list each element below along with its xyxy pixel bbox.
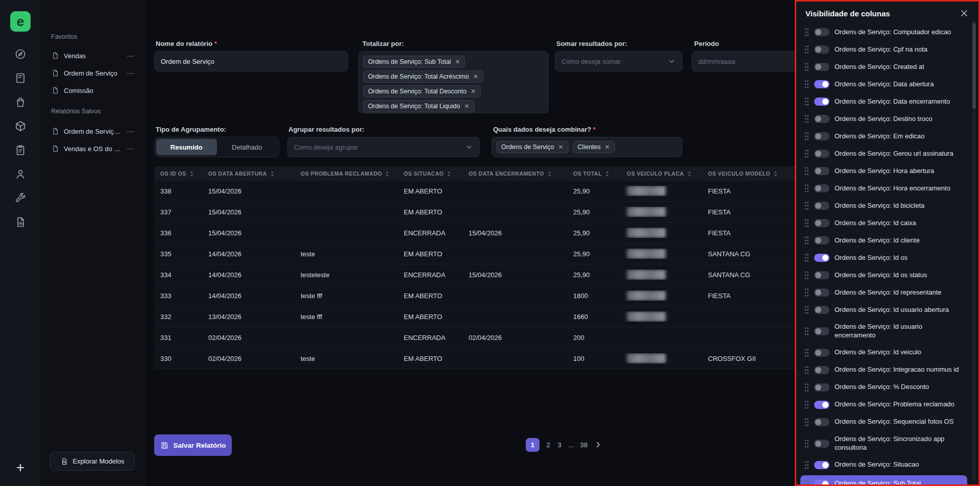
visibility-toggle[interactable] — [814, 306, 829, 314]
visibility-toggle[interactable] — [814, 80, 829, 88]
sort-icon[interactable] — [189, 171, 194, 177]
page-button[interactable]: 1 — [526, 438, 540, 452]
visibility-toggle[interactable] — [814, 202, 829, 210]
add-button[interactable]: + — [16, 460, 24, 475]
terminal-icon[interactable] — [14, 72, 27, 84]
sort-icon[interactable] — [270, 171, 275, 177]
grouping-option-resumido[interactable]: Resumido — [156, 139, 217, 155]
next-page-icon[interactable] — [594, 440, 603, 449]
explore-templates-button[interactable]: Explorar Modelos — [50, 452, 135, 471]
ellipsis-menu-icon[interactable]: ⋯ — [127, 52, 135, 60]
package-icon[interactable] — [14, 120, 27, 132]
sidebar-item[interactable]: Vendas⋯ — [48, 47, 138, 64]
ellipsis-menu-icon[interactable]: ⋯ — [127, 145, 135, 153]
visibility-toggle[interactable] — [814, 327, 829, 335]
visibility-toggle[interactable] — [814, 132, 829, 140]
drag-handle-icon[interactable] — [804, 114, 809, 124]
drag-handle-icon[interactable] — [804, 418, 809, 427]
visibility-toggle[interactable] — [814, 219, 829, 227]
page-button[interactable]: ... — [568, 441, 574, 449]
remove-chip-icon[interactable]: ✕ — [471, 88, 476, 94]
combine-multiselect[interactable]: Ordens de Serviço✕Clientes✕ — [492, 137, 682, 157]
remove-chip-icon[interactable]: ✕ — [473, 74, 478, 80]
visibility-toggle[interactable] — [814, 480, 829, 486]
clipboard-icon[interactable] — [14, 144, 27, 156]
drag-handle-icon[interactable] — [804, 80, 809, 89]
visibility-toggle[interactable] — [814, 288, 829, 297]
drag-handle-icon[interactable] — [804, 28, 809, 37]
sidebar-item[interactable]: Ordem de Serviço⋯ — [48, 64, 138, 82]
column-header[interactable]: OS SITUACAO — [398, 171, 462, 177]
page-button[interactable]: 2 — [546, 441, 551, 449]
column-header[interactable]: OS DATA ABERTURA — [202, 171, 295, 177]
remove-chip-icon[interactable]: ✕ — [605, 144, 610, 150]
drag-handle-icon[interactable] — [804, 149, 809, 158]
remove-chip-icon[interactable]: ✕ — [464, 103, 469, 109]
sum-by-select[interactable]: Como deseja somar — [555, 51, 682, 71]
visibility-toggle[interactable] — [814, 63, 829, 71]
wrench-icon[interactable] — [14, 192, 27, 204]
visibility-toggle[interactable] — [814, 383, 829, 392]
group-by-select[interactable]: Como deseja agrupar — [287, 137, 480, 157]
visibility-toggle[interactable] — [814, 98, 829, 106]
drag-handle-icon[interactable] — [804, 184, 809, 193]
drag-handle-icon[interactable] — [804, 366, 809, 375]
visibility-toggle[interactable] — [814, 28, 829, 36]
drag-handle-icon[interactable] — [804, 327, 809, 336]
sort-icon[interactable] — [773, 171, 778, 177]
drag-handle-icon[interactable] — [804, 400, 809, 409]
compass-icon[interactable] — [14, 48, 27, 60]
shopping-bag-icon[interactable] — [14, 96, 27, 108]
column-header[interactable]: OS TOTAL — [567, 171, 621, 177]
visibility-toggle[interactable] — [814, 461, 829, 469]
remove-chip-icon[interactable]: ✕ — [558, 144, 564, 150]
drag-handle-icon[interactable] — [804, 348, 809, 357]
report-icon[interactable] — [14, 216, 27, 228]
sidebar-item[interactable]: Ordem de Serviço (C...⋯ — [48, 123, 138, 140]
totalize-multiselect[interactable]: Ordens de Serviço: Sub Total✕Ordens de S… — [358, 51, 549, 113]
ellipsis-menu-icon[interactable]: ⋯ — [127, 69, 135, 77]
page-button[interactable]: 38 — [580, 441, 587, 449]
sidebar-item[interactable]: Comissão — [48, 82, 138, 99]
visibility-toggle[interactable] — [814, 366, 829, 374]
save-report-button[interactable]: Salvar Relatório — [154, 434, 232, 456]
close-icon[interactable] — [959, 8, 969, 18]
column-header[interactable]: OS VEICULO PLACA — [621, 171, 702, 177]
sort-icon[interactable] — [687, 171, 692, 177]
drag-handle-icon[interactable] — [804, 132, 809, 141]
drag-handle-icon[interactable] — [804, 62, 809, 71]
column-header[interactable]: OS PROBLEMA RECLAMADO — [295, 171, 398, 177]
visibility-toggle[interactable] — [814, 440, 829, 448]
grouping-option-detalhado[interactable]: Detalhado — [217, 139, 278, 155]
drag-handle-icon[interactable] — [804, 479, 809, 486]
visibility-toggle[interactable] — [814, 254, 829, 262]
visibility-toggle[interactable] — [814, 418, 829, 426]
visibility-toggle[interactable] — [814, 45, 829, 54]
column-header[interactable]: OS ID OS — [154, 171, 202, 177]
drag-handle-icon[interactable] — [804, 218, 809, 228]
visibility-toggle[interactable] — [814, 167, 829, 175]
report-name-input[interactable] — [154, 51, 348, 71]
drag-handle-icon[interactable] — [804, 201, 809, 210]
sort-icon[interactable] — [385, 171, 389, 177]
visibility-toggle[interactable] — [814, 150, 829, 158]
scrollbar-thumb[interactable] — [972, 23, 976, 109]
page-button[interactable]: 3 — [557, 441, 562, 449]
visibility-toggle[interactable] — [814, 115, 829, 123]
drag-handle-icon[interactable] — [804, 383, 809, 392]
drag-handle-icon[interactable] — [804, 305, 809, 314]
app-logo[interactable]: e — [10, 11, 31, 32]
visibility-toggle[interactable] — [814, 236, 829, 245]
sort-icon[interactable] — [605, 171, 609, 177]
drag-handle-icon[interactable] — [804, 288, 809, 297]
drag-handle-icon[interactable] — [804, 271, 809, 280]
drag-handle-icon[interactable] — [804, 439, 809, 448]
ellipsis-menu-icon[interactable]: ⋯ — [127, 128, 135, 135]
drag-handle-icon[interactable] — [804, 45, 809, 54]
column-header[interactable]: OS DATA ENCERRAMENTO — [462, 171, 567, 177]
sort-icon[interactable] — [447, 171, 451, 177]
sidebar-item[interactable]: Vendas e OS do Vend...⋯ — [48, 140, 138, 157]
visibility-toggle[interactable] — [814, 349, 829, 357]
drag-handle-icon[interactable] — [804, 253, 809, 262]
remove-chip-icon[interactable]: ✕ — [455, 59, 460, 65]
